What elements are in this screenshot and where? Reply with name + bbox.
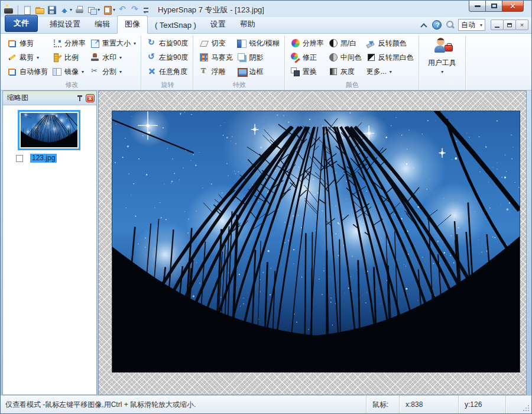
paste-button[interactable]: ▾ [102, 5, 116, 15]
panel-close-button[interactable]: x [86, 94, 95, 102]
close-button[interactable]: ✕ [502, 1, 524, 12]
invert-black-white-icon [366, 53, 376, 62]
color-resolution-icon [291, 38, 300, 48]
thumbnail-selected-frame[interactable] [18, 110, 80, 150]
rotate-right-90-button[interactable]: 右旋90度 [145, 37, 190, 50]
more-button[interactable]: 更多...▾ [365, 65, 394, 78]
auto-trim-button[interactable]: 自动修剪 [6, 65, 50, 78]
open-folder-icon [35, 5, 44, 15]
watermark-label: 水印 [102, 53, 116, 63]
cut-button[interactable]: 裁剪▾ [6, 51, 41, 64]
color-correct-icon [291, 53, 300, 62]
app-icon[interactable] [4, 5, 14, 15]
shadow-button[interactable]: 阴影 [235, 51, 265, 64]
color-resolution-button[interactable]: 分辨率 [289, 37, 326, 50]
mouse-y: y:126 [458, 396, 505, 413]
invert-black-white-button[interactable]: 反转黑白色 [365, 51, 416, 64]
doc-minimize-button[interactable] [491, 20, 504, 30]
scale-ratio-button[interactable]: 比例 [51, 51, 80, 64]
ribbon-group-effects: 切变锐化/模糊马赛克阴影浮雕边框特效 [193, 35, 284, 90]
black-white-label: 黑/白 [340, 38, 356, 48]
copy-window-button[interactable]: ▾ [87, 5, 100, 15]
grayscale-button[interactable]: 灰度 [327, 65, 356, 78]
rotate-left-90-label: 左旋90度 [159, 53, 188, 63]
tab-file[interactable]: 文件 [5, 15, 38, 32]
undo-button[interactable] [118, 5, 128, 15]
thumbnail-panel-header: 缩略图 x [3, 91, 96, 105]
shear-button[interactable]: 切变 [197, 37, 227, 50]
paste-icon [103, 5, 112, 15]
chevron-down-icon: ▾ [37, 55, 39, 60]
content-area: 缩略图 x 123.jpg [1, 90, 531, 395]
canvas-area[interactable] [98, 90, 527, 395]
watermark-button[interactable]: 水印▾ [89, 51, 124, 64]
trim-icon [8, 38, 17, 48]
image-view[interactable] [112, 111, 520, 373]
pin-icon[interactable] [76, 95, 83, 102]
magnifier-icon[interactable] [445, 20, 455, 30]
midtone-button[interactable]: 中间色 [327, 51, 364, 64]
border-button[interactable]: 边框 [235, 65, 265, 78]
user-tools-button[interactable]: 用户工具▾ [424, 37, 460, 75]
invert-colors-button[interactable]: 反转颜色 [365, 37, 408, 50]
border-label: 边框 [249, 67, 263, 77]
replace-label: 置换 [303, 67, 317, 77]
doc-restore-button[interactable] [503, 20, 516, 30]
maximize-button[interactable] [485, 1, 502, 12]
tab-textsnap[interactable]: ( TextSnap ) [148, 18, 203, 33]
doc-close-button[interactable]: × [515, 20, 528, 30]
hypersnap-window: ▾▾▾ HyperSnap 7 专业版 - [123.jpg] ✕ 文件捕捉设置… [0, 0, 532, 414]
rotate-left-90-button[interactable]: 左旋90度 [145, 51, 190, 64]
minimize-button[interactable] [469, 1, 486, 12]
more-label: 更多... [366, 67, 387, 77]
tab-edit[interactable]: 编辑 [87, 16, 117, 33]
emboss-button[interactable]: 浮雕 [197, 65, 227, 78]
rotate-right-90-label: 右旋90度 [159, 38, 188, 48]
user-tools-icon [433, 38, 451, 57]
doc-minimize-icon [495, 27, 499, 28]
ribbon: 修剪分辨率重置大小▾裁剪▾比例水印▾自动修剪镜像▾分割▾修改右旋90度左旋90度… [1, 34, 531, 90]
thumbnail-caption-row: 123.jpg [16, 154, 96, 163]
resolution-button[interactable]: 分辨率 [51, 37, 87, 50]
trim-button[interactable]: 修剪 [6, 37, 35, 50]
color-correct-button[interactable]: 修正 [289, 51, 319, 64]
export-upload-button[interactable]: ▾ [59, 5, 73, 15]
window-controls: ✕ [469, 1, 524, 12]
status-message: 仅查看模式 -鼠标左键平移图像,用Ctrl + 鼠标滑轮放大或缩小. [1, 396, 366, 413]
mouse-x: x:838 [399, 396, 458, 413]
replace-icon [291, 67, 300, 76]
ribbon-group-grid: 修剪分辨率重置大小▾裁剪▾比例水印▾自动修剪镜像▾分割▾ [6, 36, 138, 79]
tab-image[interactable]: 图像 [117, 15, 148, 34]
mirror-button[interactable]: 镜像▾ [51, 65, 86, 78]
mosaic-label: 马赛克 [211, 53, 232, 63]
tab-help[interactable]: 帮助 [233, 16, 262, 33]
collapse-ribbon-icon[interactable] [419, 20, 429, 30]
chevron-down-icon: ▾ [98, 7, 100, 12]
black-white-button[interactable]: 黑/白 [327, 37, 358, 50]
midtone-label: 中间色 [340, 53, 362, 63]
resize-button[interactable]: 重置大小▾ [89, 37, 138, 50]
new-file-button[interactable] [22, 5, 33, 15]
zoom-dropdown[interactable]: 自动 ▾ [458, 19, 485, 31]
redo-button[interactable] [130, 5, 141, 15]
print-button[interactable] [74, 5, 85, 15]
thumbnail-panel: 缩略图 x 123.jpg [2, 90, 97, 395]
help-icon[interactable] [432, 20, 442, 30]
mosaic-button[interactable]: 马赛克 [197, 51, 234, 64]
resize-grip[interactable] [505, 396, 531, 413]
replace-button[interactable]: 置换 [289, 65, 319, 78]
open-folder-button[interactable] [34, 5, 45, 15]
tab-settings[interactable]: 设置 [203, 16, 233, 33]
save-button[interactable] [47, 5, 57, 15]
split-button[interactable]: 分割▾ [89, 65, 124, 78]
rotate-any-angle-label: 任意角度 [159, 67, 187, 77]
thumbnail-filename[interactable]: 123.jpg [30, 154, 57, 163]
auto-trim-label: 自动修剪 [20, 67, 48, 77]
toolbar-options-button[interactable] [142, 5, 150, 15]
tab-capture-settings[interactable]: 捕捉设置 [43, 16, 87, 33]
rotate-any-angle-button[interactable]: 任意角度 [145, 65, 189, 78]
sharpen-blur-button[interactable]: 锐化/模糊 [235, 37, 281, 50]
thumbnail-image[interactable] [21, 113, 77, 147]
thumbnail-checkbox[interactable] [16, 155, 23, 162]
grayscale-icon [329, 67, 338, 76]
